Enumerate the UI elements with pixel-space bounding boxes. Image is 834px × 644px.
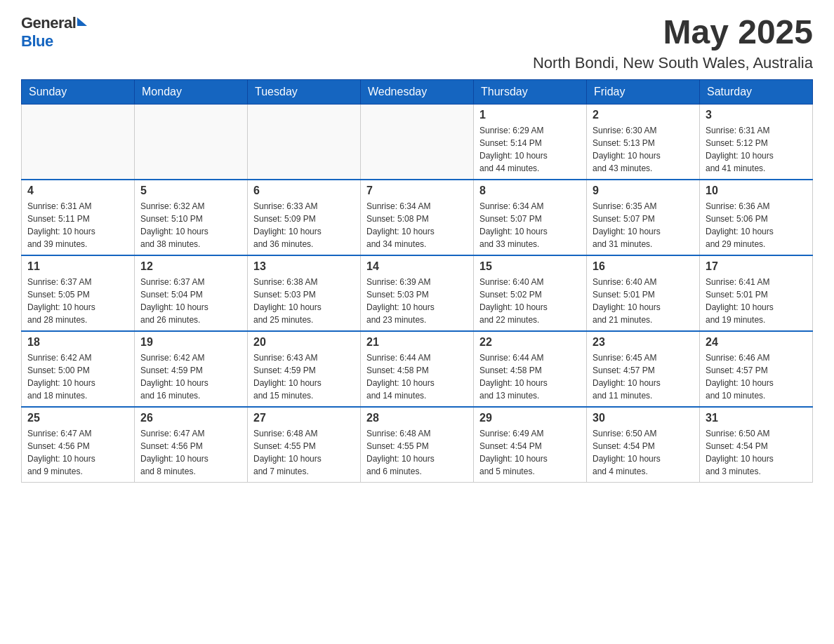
calendar-week-row: 1Sunrise: 6:29 AMSunset: 5:14 PMDaylight… — [22, 104, 813, 180]
day-info: Sunrise: 6:33 AMSunset: 5:09 PMDaylight:… — [253, 200, 355, 250]
calendar-week-row: 25Sunrise: 6:47 AMSunset: 4:56 PMDayligh… — [22, 407, 813, 483]
logo-blue-text: Blue — [21, 32, 53, 51]
calendar-cell: 14Sunrise: 6:39 AMSunset: 5:03 PMDayligh… — [361, 255, 474, 331]
day-info: Sunrise: 6:46 AMSunset: 4:57 PMDaylight:… — [706, 351, 807, 402]
day-number: 8 — [479, 185, 581, 197]
calendar-cell: 17Sunrise: 6:41 AMSunset: 5:01 PMDayligh… — [700, 255, 813, 331]
day-number: 9 — [593, 185, 694, 197]
calendar-cell: 20Sunrise: 6:43 AMSunset: 4:59 PMDayligh… — [248, 331, 361, 407]
day-info: Sunrise: 6:45 AMSunset: 4:57 PMDaylight:… — [593, 351, 694, 402]
day-info: Sunrise: 6:37 AMSunset: 5:05 PMDaylight:… — [27, 276, 128, 326]
day-number: 15 — [479, 260, 581, 273]
day-info: Sunrise: 6:37 AMSunset: 5:04 PMDaylight:… — [140, 276, 241, 326]
calendar-cell: 23Sunrise: 6:45 AMSunset: 4:57 PMDayligh… — [587, 331, 700, 407]
day-number: 17 — [706, 260, 807, 273]
location-subtitle: North Bondi, New South Wales, Australia — [533, 54, 813, 72]
calendar-cell: 27Sunrise: 6:48 AMSunset: 4:55 PMDayligh… — [248, 407, 361, 483]
day-info: Sunrise: 6:31 AMSunset: 5:11 PMDaylight:… — [27, 200, 128, 250]
day-number: 1 — [479, 109, 581, 121]
day-number: 2 — [593, 109, 694, 121]
day-number: 24 — [706, 336, 807, 349]
calendar-cell: 3Sunrise: 6:31 AMSunset: 5:12 PMDaylight… — [700, 104, 813, 180]
calendar-cell: 13Sunrise: 6:38 AMSunset: 5:03 PMDayligh… — [248, 255, 361, 331]
day-number: 4 — [27, 185, 128, 197]
day-number: 5 — [140, 185, 241, 197]
page-header: General Blue May 2025 North Bondi, New S… — [21, 14, 813, 72]
calendar-header-monday: Monday — [135, 79, 248, 104]
day-info: Sunrise: 6:50 AMSunset: 4:54 PMDaylight:… — [593, 427, 694, 478]
day-number: 11 — [27, 260, 128, 273]
calendar-cell: 30Sunrise: 6:50 AMSunset: 4:54 PMDayligh… — [587, 407, 700, 483]
day-number: 21 — [366, 336, 468, 349]
calendar-cell: 8Sunrise: 6:34 AMSunset: 5:07 PMDaylight… — [474, 180, 587, 255]
day-number: 19 — [140, 336, 241, 349]
calendar-cell: 5Sunrise: 6:32 AMSunset: 5:10 PMDaylight… — [135, 180, 248, 255]
calendar-week-row: 4Sunrise: 6:31 AMSunset: 5:11 PMDaylight… — [22, 180, 813, 255]
calendar-header-wednesday: Wednesday — [361, 79, 474, 104]
day-info: Sunrise: 6:42 AMSunset: 4:59 PMDaylight:… — [140, 351, 241, 402]
calendar-cell — [135, 104, 248, 180]
day-info: Sunrise: 6:34 AMSunset: 5:08 PMDaylight:… — [366, 200, 468, 250]
day-number: 13 — [253, 260, 355, 273]
day-number: 26 — [140, 412, 241, 424]
day-number: 10 — [706, 185, 807, 197]
day-number: 6 — [253, 185, 355, 197]
day-info: Sunrise: 6:36 AMSunset: 5:06 PMDaylight:… — [706, 200, 807, 250]
day-number: 31 — [706, 412, 807, 424]
calendar-week-row: 18Sunrise: 6:42 AMSunset: 5:00 PMDayligh… — [22, 331, 813, 407]
calendar-cell: 28Sunrise: 6:48 AMSunset: 4:55 PMDayligh… — [361, 407, 474, 483]
day-info: Sunrise: 6:49 AMSunset: 4:54 PMDaylight:… — [479, 427, 581, 478]
calendar-cell: 29Sunrise: 6:49 AMSunset: 4:54 PMDayligh… — [474, 407, 587, 483]
calendar-cell: 31Sunrise: 6:50 AMSunset: 4:54 PMDayligh… — [700, 407, 813, 483]
day-info: Sunrise: 6:43 AMSunset: 4:59 PMDaylight:… — [253, 351, 355, 402]
calendar-week-row: 11Sunrise: 6:37 AMSunset: 5:05 PMDayligh… — [22, 255, 813, 331]
calendar-header-friday: Friday — [587, 79, 700, 104]
day-number: 30 — [593, 412, 694, 424]
calendar-cell: 15Sunrise: 6:40 AMSunset: 5:02 PMDayligh… — [474, 255, 587, 331]
calendar-header-sunday: Sunday — [22, 79, 135, 104]
day-info: Sunrise: 6:39 AMSunset: 5:03 PMDaylight:… — [366, 276, 468, 326]
calendar-cell: 19Sunrise: 6:42 AMSunset: 4:59 PMDayligh… — [135, 331, 248, 407]
calendar-cell: 7Sunrise: 6:34 AMSunset: 5:08 PMDaylight… — [361, 180, 474, 255]
day-info: Sunrise: 6:44 AMSunset: 4:58 PMDaylight:… — [366, 351, 468, 402]
logo: General Blue — [21, 14, 87, 51]
calendar-cell — [22, 104, 135, 180]
day-info: Sunrise: 6:35 AMSunset: 5:07 PMDaylight:… — [593, 200, 694, 250]
calendar-cell — [248, 104, 361, 180]
day-number: 25 — [27, 412, 128, 424]
day-info: Sunrise: 6:48 AMSunset: 4:55 PMDaylight:… — [366, 427, 468, 478]
calendar-cell: 25Sunrise: 6:47 AMSunset: 4:56 PMDayligh… — [22, 407, 135, 483]
calendar-header-row: SundayMondayTuesdayWednesdayThursdayFrid… — [22, 79, 813, 104]
day-number: 28 — [366, 412, 468, 424]
day-info: Sunrise: 6:34 AMSunset: 5:07 PMDaylight:… — [479, 200, 581, 250]
title-block: May 2025 North Bondi, New South Wales, A… — [533, 14, 813, 72]
calendar-cell: 12Sunrise: 6:37 AMSunset: 5:04 PMDayligh… — [135, 255, 248, 331]
calendar-cell: 21Sunrise: 6:44 AMSunset: 4:58 PMDayligh… — [361, 331, 474, 407]
day-info: Sunrise: 6:47 AMSunset: 4:56 PMDaylight:… — [27, 427, 128, 478]
calendar-header-thursday: Thursday — [474, 79, 587, 104]
calendar-cell: 16Sunrise: 6:40 AMSunset: 5:01 PMDayligh… — [587, 255, 700, 331]
day-number: 3 — [706, 109, 807, 121]
day-info: Sunrise: 6:32 AMSunset: 5:10 PMDaylight:… — [140, 200, 241, 250]
day-info: Sunrise: 6:38 AMSunset: 5:03 PMDaylight:… — [253, 276, 355, 326]
day-number: 20 — [253, 336, 355, 349]
day-info: Sunrise: 6:30 AMSunset: 5:13 PMDaylight:… — [593, 124, 694, 175]
day-info: Sunrise: 6:41 AMSunset: 5:01 PMDaylight:… — [706, 276, 807, 326]
calendar-cell: 4Sunrise: 6:31 AMSunset: 5:11 PMDaylight… — [22, 180, 135, 255]
calendar-cell: 1Sunrise: 6:29 AMSunset: 5:14 PMDaylight… — [474, 104, 587, 180]
calendar-cell: 11Sunrise: 6:37 AMSunset: 5:05 PMDayligh… — [22, 255, 135, 331]
calendar-cell: 6Sunrise: 6:33 AMSunset: 5:09 PMDaylight… — [248, 180, 361, 255]
day-info: Sunrise: 6:44 AMSunset: 4:58 PMDaylight:… — [479, 351, 581, 402]
calendar-cell: 10Sunrise: 6:36 AMSunset: 5:06 PMDayligh… — [700, 180, 813, 255]
day-info: Sunrise: 6:50 AMSunset: 4:54 PMDaylight:… — [706, 427, 807, 478]
day-info: Sunrise: 6:29 AMSunset: 5:14 PMDaylight:… — [479, 124, 581, 175]
day-info: Sunrise: 6:47 AMSunset: 4:56 PMDaylight:… — [140, 427, 241, 478]
calendar-table: SundayMondayTuesdayWednesdayThursdayFrid… — [21, 79, 813, 483]
day-number: 23 — [593, 336, 694, 349]
calendar-cell: 2Sunrise: 6:30 AMSunset: 5:13 PMDaylight… — [587, 104, 700, 180]
day-info: Sunrise: 6:42 AMSunset: 5:00 PMDaylight:… — [27, 351, 128, 402]
day-number: 14 — [366, 260, 468, 273]
logo-arrow-icon — [77, 18, 87, 26]
month-year-title: May 2025 — [533, 14, 813, 51]
calendar-cell: 26Sunrise: 6:47 AMSunset: 4:56 PMDayligh… — [135, 407, 248, 483]
